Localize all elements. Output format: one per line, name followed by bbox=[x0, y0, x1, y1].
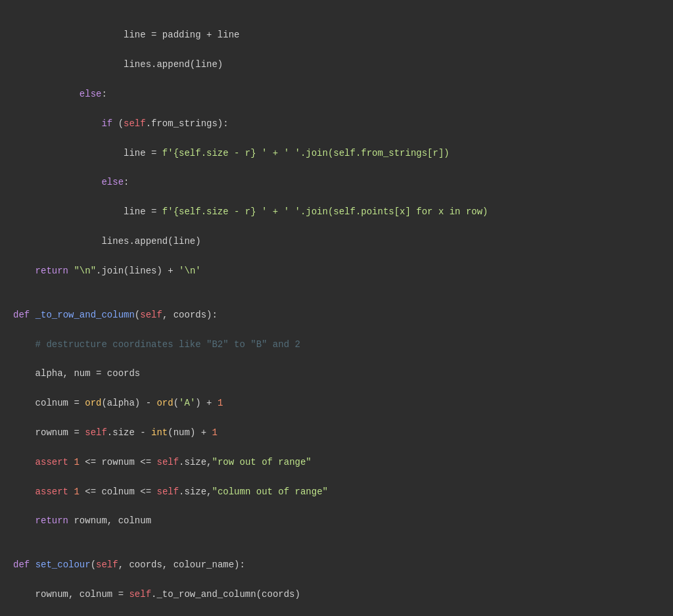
code-line: assert 1 <= colnum <= self.size,"column … bbox=[13, 485, 660, 499]
code-line: line = f'{self.size - r} ' + ' '.join(se… bbox=[13, 146, 660, 160]
code-line: rownum, colnum = self._to_row_and_column… bbox=[13, 587, 660, 602]
code-line: alpha, num = coords bbox=[13, 366, 660, 381]
code-editor: line = padding + line lines.append(line)… bbox=[0, 7, 673, 616]
code-line: lines.append(line) bbox=[13, 57, 660, 72]
code-line: assert 1 <= rownum <= self.size,"row out… bbox=[13, 455, 660, 469]
code-line: return "\n".join(lines) + '\n' bbox=[13, 264, 660, 278]
code-line: rownum = self.size - int(num) + 1 bbox=[13, 425, 660, 440]
code-line: line = padding + line bbox=[13, 28, 660, 42]
code-line: def set_colour(self, coords, colour_name… bbox=[13, 557, 660, 572]
code-line: lines.append(line) bbox=[13, 234, 660, 249]
code-line: else: bbox=[13, 87, 660, 101]
code-line: if (self.from_strings): bbox=[13, 116, 660, 131]
code-line: def _to_row_and_column(self, coords): bbox=[13, 308, 660, 322]
code-line: return rownum, colnum bbox=[13, 513, 660, 528]
code-line: # destructure coordinates like "B2" to "… bbox=[13, 337, 660, 352]
code-line: line = f'{self.size - r} ' + ' '.join(se… bbox=[13, 204, 660, 219]
code-line: colnum = ord(alpha) - ord('A') + 1 bbox=[13, 396, 660, 410]
code-line: else: bbox=[13, 175, 660, 189]
